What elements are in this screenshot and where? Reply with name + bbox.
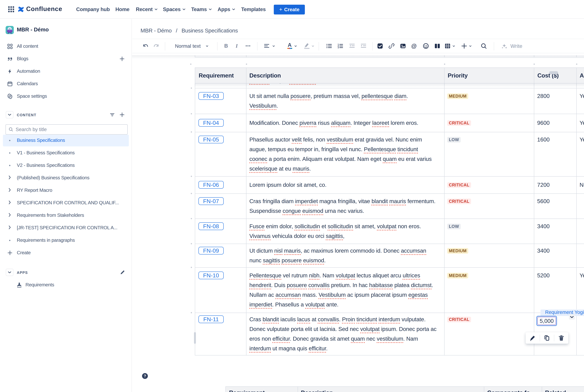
svg-text:3: 3 <box>338 46 339 49</box>
